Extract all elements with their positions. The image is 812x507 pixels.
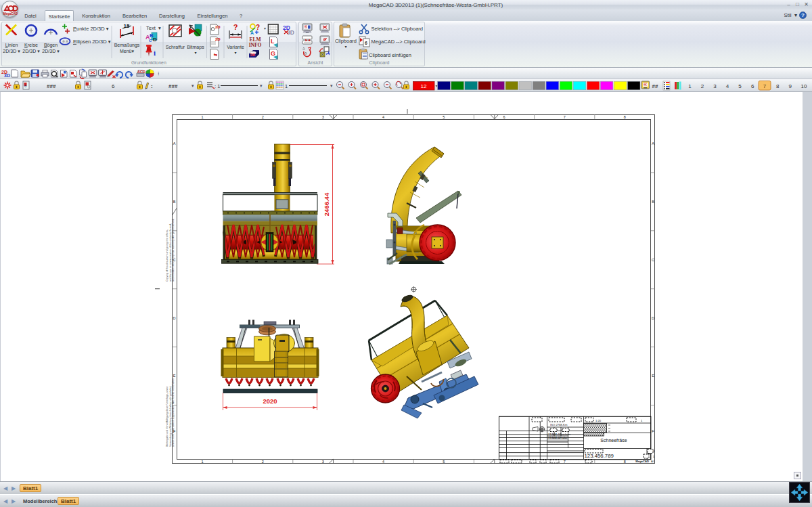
- svg-text:Verwendung und Mitteilung ihre: Verwendung und Mitteilung ihres Inhaltes…: [169, 386, 172, 447]
- svg-text:Menü▾: Menü▾: [120, 49, 135, 53]
- svg-text:Linien: Linien: [5, 43, 18, 47]
- svg-text:7: 7: [564, 115, 566, 119]
- svg-text:DB: DB: [250, 53, 256, 57]
- svg-text:L: L: [271, 38, 275, 45]
- svg-text:5: 5: [738, 83, 742, 89]
- svg-text:4: 4: [726, 83, 729, 89]
- svg-text:12: 12: [421, 83, 427, 89]
- svg-text:3: 3: [322, 115, 324, 119]
- svg-text:Kreise: Kreise: [24, 43, 38, 47]
- svg-text:1: 1: [688, 83, 692, 89]
- svg-text:2D: 2D: [215, 37, 221, 41]
- svg-text:8: 8: [776, 83, 780, 89]
- svg-text:Weitergabe und Vervielfältigun: Weitergabe und Vervielfältigung dieser U…: [166, 387, 168, 447]
- svg-text:1: 1: [201, 460, 203, 464]
- svg-text:15: 15: [124, 23, 130, 29]
- svg-text:MegaCAD: MegaCAD: [635, 460, 649, 463]
- svg-text:1: 1: [641, 419, 643, 422]
- svg-text:C: C: [652, 258, 654, 262]
- svg-text:Bitmaps: Bitmaps: [187, 45, 204, 50]
- svg-text:Bemaßungs: Bemaßungs: [114, 43, 140, 48]
- svg-text:1: 1: [285, 83, 288, 89]
- svg-text:Copying of this document and g: Copying of this document and giving it t…: [166, 229, 168, 282]
- svg-text:2D/3D ▾: 2D/3D ▾: [42, 49, 60, 53]
- svg-text:⁝: ⁝: [158, 70, 160, 76]
- svg-text:Ellipsen 2D/3D ▾: Ellipsen 2D/3D ▾: [73, 39, 111, 45]
- svg-text:6: 6: [365, 41, 367, 45]
- svg-text:3D: 3D: [4, 73, 10, 78]
- svg-text:A: A: [250, 30, 254, 35]
- svg-text:▾: ▾: [344, 45, 346, 49]
- svg-text:7: 7: [763, 83, 767, 89]
- svg-text:▾: ▾: [260, 83, 263, 88]
- svg-text::: :: [151, 83, 153, 89]
- svg-text:ISO 2768-Km: ISO 2768-Km: [550, 423, 568, 426]
- svg-text:soweit nicht ausdrücklich zuge: soweit nicht ausdrücklich zugestanden. A…: [172, 378, 175, 447]
- svg-text:1: 1: [201, 115, 203, 119]
- svg-text:G: G: [271, 50, 275, 57]
- svg-text:▾: ▾: [264, 26, 266, 30]
- svg-text:2D: 2D: [215, 25, 221, 29]
- svg-text:?: ?: [256, 24, 260, 31]
- svg-text:▾: ▾: [234, 51, 236, 55]
- svg-text:D: D: [153, 37, 157, 43]
- svg-text:8: 8: [624, 115, 626, 119]
- svg-text:Clipboard einfügen: Clipboard einfügen: [369, 52, 411, 58]
- svg-text:2: 2: [262, 115, 264, 119]
- svg-text:A: A: [652, 141, 654, 146]
- svg-text:3: 3: [322, 460, 324, 464]
- svg-text:123.456.789: 123.456.789: [585, 453, 614, 459]
- svg-text:▾: ▾: [436, 84, 438, 88]
- svg-text:: 1: : 1: [215, 83, 220, 89]
- svg-text:2: 2: [262, 460, 264, 464]
- svg-text:##: ##: [652, 83, 658, 89]
- svg-text:2020: 2020: [263, 397, 277, 405]
- svg-text:?: ?: [233, 23, 238, 31]
- svg-text:?: ?: [801, 12, 805, 18]
- svg-text:Bögen: Bögen: [44, 43, 58, 48]
- svg-text:6: 6: [503, 115, 505, 119]
- svg-text:i: i: [154, 49, 156, 57]
- svg-text:▾: ▾: [194, 51, 196, 55]
- svg-text:###: ###: [168, 83, 178, 89]
- svg-text:1:20: 1:20: [595, 419, 602, 422]
- svg-text:are forbidden without express: are forbidden without express authority.…: [172, 219, 175, 282]
- svg-text:MegaCAD --> Clipboard: MegaCAD --> Clipboard: [371, 39, 426, 45]
- svg-text:A: A: [173, 141, 176, 146]
- svg-text:F: F: [652, 429, 654, 433]
- svg-text:Prüfer: Prüfer: [560, 436, 568, 439]
- svg-text:2D/3D ▾: 2D/3D ▾: [3, 49, 20, 53]
- svg-text:⇆: ⇆: [213, 53, 217, 57]
- svg-text:c: c: [149, 37, 152, 43]
- svg-text:8: 8: [624, 460, 626, 464]
- svg-text:3D: 3D: [287, 29, 294, 36]
- svg-text:INFO: INFO: [249, 42, 262, 48]
- svg-text:▾: ▾: [191, 83, 194, 88]
- svg-text:TT.MM.JJ: TT.MM.JJ: [548, 436, 560, 439]
- svg-text:E: E: [652, 374, 654, 378]
- svg-text:A#: A#: [651, 460, 655, 463]
- svg-text:B: B: [652, 200, 654, 204]
- svg-text:7: 7: [564, 460, 566, 464]
- svg-text:D: D: [173, 316, 176, 320]
- svg-text:Schraffur: Schraffur: [166, 45, 185, 49]
- svg-text:ACD: ACD: [137, 70, 145, 74]
- svg-text:5: 5: [443, 460, 445, 464]
- svg-text:Text ▾: Text ▾: [146, 25, 161, 31]
- svg-text:▾: ▾: [330, 83, 333, 88]
- svg-text:6: 6: [112, 83, 115, 89]
- svg-text:5: 5: [443, 115, 445, 119]
- svg-text:10: 10: [801, 83, 807, 89]
- svg-text:###: ###: [47, 83, 56, 89]
- svg-text:2466.44: 2466.44: [323, 192, 330, 216]
- svg-text:Clipboard: Clipboard: [335, 38, 357, 44]
- svg-text:9: 9: [789, 83, 792, 89]
- svg-text:Variante: Variante: [227, 45, 244, 49]
- svg-text:Selektion --> Clipboard: Selektion --> Clipboard: [371, 26, 424, 32]
- svg-text:4: 4: [382, 460, 384, 464]
- svg-text:4: 4: [382, 115, 384, 119]
- svg-text:D: D: [652, 316, 654, 320]
- svg-text:Schneefräse: Schneefräse: [600, 438, 627, 443]
- svg-text:2: 2: [701, 83, 704, 89]
- svg-text:B: B: [173, 200, 176, 204]
